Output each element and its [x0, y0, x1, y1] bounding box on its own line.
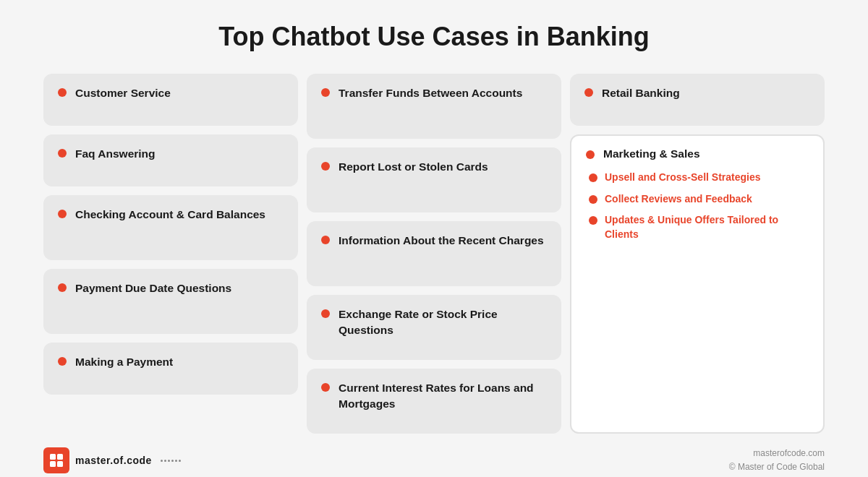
retail-banking-card: Retail Banking [570, 74, 825, 126]
logo-area: master.of.code [43, 447, 181, 473]
list-item: Faq Answering [43, 134, 298, 186]
page-title: Top Chatbot Use Cases in Banking [218, 22, 649, 52]
card-label: Checking Account & Card Balances [75, 207, 265, 223]
svg-rect-3 [57, 461, 63, 467]
bullet-icon [589, 173, 597, 182]
list-item: Making a Payment [43, 343, 298, 395]
list-item: Updates & Unique Offers Tailored to Clie… [589, 213, 809, 241]
card-label: Transfer Funds Between Accounts [339, 85, 522, 101]
bullet-icon [586, 150, 595, 159]
card-label: Current Interest Rates for Loans and Mor… [339, 380, 547, 411]
card-label: Making a Payment [75, 354, 173, 370]
list-item: Customer Service [43, 74, 298, 126]
bullet-icon [321, 88, 330, 97]
list-item: Report Lost or Stolen Cards [307, 147, 561, 212]
logo-svg [48, 452, 64, 468]
column-3: Retail Banking Marketing & Sales Upsell … [570, 74, 825, 434]
logo-dots [161, 460, 181, 462]
bullet-icon [321, 236, 330, 244]
card-label: Exchange Rate or Stock Price Questions [339, 306, 547, 338]
svg-rect-1 [57, 454, 63, 460]
column-2: Transfer Funds Between Accounts Report L… [307, 74, 561, 434]
list-item: Payment Due Date Questions [43, 269, 298, 334]
card-label: Customer Service [75, 85, 171, 101]
list-item: Checking Account & Card Balances [43, 195, 298, 260]
bullet-icon [58, 283, 67, 292]
bullet-icon [58, 357, 67, 366]
logo-dot [171, 460, 174, 462]
footer-site: masterofcode.com [729, 447, 825, 460]
bullet-icon [321, 383, 330, 392]
brand-logo-icon [43, 447, 69, 473]
card-label: Payment Due Date Questions [75, 280, 231, 296]
bullet-icon [584, 88, 593, 97]
logo-dot [164, 460, 166, 462]
brand-name: master.of.code [75, 455, 152, 466]
marketing-items: Upsell and Cross-Sell Strategies Collect… [586, 171, 809, 241]
bullet-icon [321, 162, 330, 171]
column-1: Customer Service Faq Answering Checking … [43, 74, 298, 434]
list-item: Transfer Funds Between Accounts [307, 74, 561, 139]
bullet-icon [589, 216, 597, 225]
list-item: Collect Reviews and Feedback [589, 192, 809, 207]
logo-dot [168, 460, 170, 462]
page-wrapper: Top Chatbot Use Cases in Banking Custome… [0, 0, 868, 477]
marketing-item-label: Collect Reviews and Feedback [605, 192, 752, 207]
content-grid: Customer Service Faq Answering Checking … [43, 74, 825, 434]
bullet-icon [58, 149, 67, 158]
bullet-icon [321, 309, 330, 318]
marketing-item-label: Updates & Unique Offers Tailored to Clie… [605, 213, 809, 241]
bullet-icon [58, 210, 67, 218]
bullet-icon [589, 195, 597, 204]
marketing-sales-card: Marketing & Sales Upsell and Cross-Sell … [570, 134, 825, 434]
bullet-icon [58, 88, 67, 97]
logo-dot [161, 460, 163, 462]
list-item: Exchange Rate or Stock Price Questions [307, 295, 561, 360]
logo-dot [179, 460, 181, 462]
marketing-title: Marketing & Sales [603, 147, 700, 160]
svg-rect-0 [50, 454, 56, 460]
footer-copyright: © Master of Code Global [729, 460, 825, 474]
list-item: Information About the Recent Charges [307, 221, 561, 286]
marketing-item-label: Upsell and Cross-Sell Strategies [605, 171, 761, 185]
card-label: Report Lost or Stolen Cards [339, 159, 488, 175]
marketing-header: Marketing & Sales [586, 147, 809, 160]
list-item: Upsell and Cross-Sell Strategies [589, 171, 809, 185]
footer-right: masterofcode.com © Master of Code Global [729, 447, 825, 474]
card-label: Information About the Recent Charges [339, 233, 544, 249]
footer: master.of.code masterofcode.com © Master… [43, 437, 825, 474]
logo-dot [175, 460, 177, 462]
list-item: Current Interest Rates for Loans and Mor… [307, 369, 561, 434]
svg-rect-2 [50, 461, 56, 467]
card-label: Retail Banking [602, 85, 680, 101]
card-label: Faq Answering [75, 146, 156, 162]
